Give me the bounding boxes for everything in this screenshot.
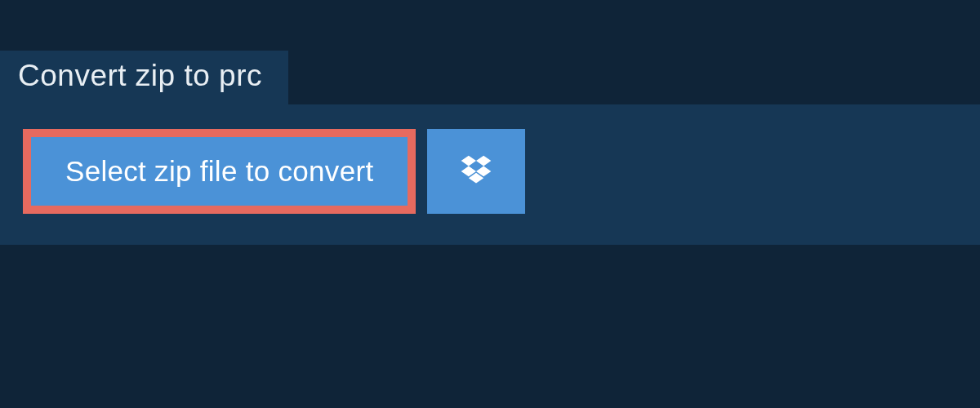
tab-label: Convert zip to prc (18, 59, 262, 92)
tab-convert[interactable]: Convert zip to prc (0, 51, 288, 104)
tab-bar: Convert zip to prc (0, 0, 980, 104)
dropbox-button[interactable] (427, 129, 525, 214)
button-row: Select zip file to convert (23, 129, 980, 214)
select-file-label: Select zip file to convert (65, 155, 373, 187)
select-file-button[interactable]: Select zip file to convert (23, 129, 416, 214)
dropbox-icon (458, 153, 494, 191)
upload-panel: Select zip file to convert (0, 104, 980, 245)
